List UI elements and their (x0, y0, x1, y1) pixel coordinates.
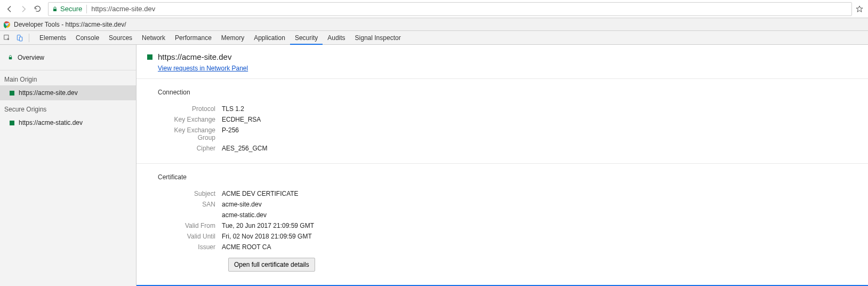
value-valid-from: Tue, 20 Jun 2017 21:09:59 GMT (222, 222, 314, 229)
row-subject: Subject ACME DEV CERTIFICATE (158, 188, 847, 199)
sidebar-secure-origin-label: https://acme-static.dev (19, 119, 83, 126)
open-certificate-button[interactable]: Open full certificate details (228, 258, 315, 272)
tab-signal-inspector[interactable]: Signal Inspector (350, 31, 406, 45)
arrow-left-icon (5, 5, 14, 13)
tab-audits[interactable]: Audits (323, 31, 350, 45)
inspect-icon[interactable] (3, 34, 11, 42)
value-key-exchange-group: P-256 (222, 126, 239, 141)
tab-memory[interactable]: Memory (216, 31, 249, 45)
bookmark-star-icon[interactable] (855, 5, 864, 13)
security-content: https://acme-site.dev View requests in N… (136, 45, 868, 286)
certificate-section: Certificate Subject ACME DEV CERTIFICATE… (136, 164, 868, 281)
svg-point-3 (6, 23, 8, 26)
label-san: SAN (158, 201, 222, 208)
row-valid-from: Valid From Tue, 20 Jun 2017 21:09:59 GMT (158, 220, 847, 231)
row-key-exchange-group: Key Exchange Group P-256 (158, 125, 847, 143)
svg-rect-6 (19, 37, 22, 41)
tab-application[interactable]: Application (249, 31, 290, 45)
label-issuer: Issuer (158, 243, 222, 251)
row-cipher: Cipher AES_256_GCM (158, 143, 847, 154)
label-key-exchange-group: Key Exchange Group (158, 126, 222, 141)
devtools-tabs: Elements Console Sources Network Perform… (0, 31, 868, 45)
connection-section: Connection Protocol TLS 1.2 Key Exchange… (136, 79, 868, 164)
sidebar-heading-secure-origins: Secure Origins (0, 100, 136, 115)
lock-icon (7, 54, 13, 60)
value-san-1: acme-site.dev (222, 201, 262, 208)
connection-title: Connection (158, 89, 847, 96)
origin-title: https://acme-site.dev (158, 52, 231, 61)
sidebar-main-origin-label: https://acme-site.dev (19, 89, 78, 97)
tab-console[interactable]: Console (71, 31, 104, 45)
value-subject: ACME DEV CERTIFICATE (222, 190, 299, 197)
label-valid-from: Valid From (158, 222, 222, 229)
label-protocol: Protocol (158, 105, 222, 113)
arrow-right-icon (19, 5, 28, 13)
value-protocol: TLS 1.2 (222, 105, 244, 113)
sidebar-overview-label: Overview (18, 54, 44, 61)
row-san-2: acme-static.dev (158, 210, 847, 220)
browser-toolbar: Secure https://acme-site.dev (0, 0, 868, 18)
label-subject: Subject (158, 190, 222, 197)
omnibox-divider (86, 5, 87, 13)
view-requests-link[interactable]: View requests in Network Panel (158, 65, 248, 72)
device-toggle-icon[interactable] (16, 34, 23, 42)
tab-elements[interactable]: Elements (35, 31, 71, 45)
tab-performance[interactable]: Performance (170, 31, 216, 45)
sidebar-heading-main-origin: Main Origin (0, 70, 136, 85)
main-area: Overview Main Origin https://acme-site.d… (0, 45, 868, 286)
row-protocol: Protocol TLS 1.2 (158, 104, 847, 114)
sidebar-main-origin[interactable]: https://acme-site.dev (0, 85, 136, 100)
devtools-window-header: Developer Tools - https://acme-site.dev/ (0, 18, 868, 31)
address-bar[interactable]: Secure https://acme-site.dev (48, 2, 852, 16)
secure-indicator-icon (10, 121, 14, 125)
svg-rect-0 (53, 9, 57, 11)
label-valid-until: Valid Until (158, 233, 222, 240)
label-key-exchange: Key Exchange (158, 116, 222, 123)
security-sidebar: Overview Main Origin https://acme-site.d… (0, 45, 136, 286)
secure-label: Secure (60, 5, 82, 13)
label-san-empty (158, 211, 222, 219)
row-valid-until: Valid Until Fri, 02 Nov 2018 21:09:59 GM… (158, 231, 847, 242)
sidebar-overview[interactable]: Overview (0, 45, 136, 70)
sidebar-secure-origin[interactable]: https://acme-static.dev (0, 115, 136, 130)
certificate-title: Certificate (158, 173, 847, 181)
tab-sources[interactable]: Sources (104, 31, 137, 45)
row-issuer: Issuer ACME ROOT CA (158, 242, 847, 252)
value-san-2: acme-static.dev (222, 211, 267, 219)
devtools-title: Developer Tools - https://acme-site.dev/ (14, 21, 126, 28)
back-button[interactable] (4, 4, 15, 14)
secure-indicator-icon (147, 54, 152, 60)
row-key-exchange: Key Exchange ECDHE_RSA (158, 114, 847, 125)
reload-button[interactable] (32, 4, 43, 14)
reload-icon (34, 5, 42, 13)
label-cipher: Cipher (158, 145, 222, 152)
secure-indicator-icon (10, 91, 14, 96)
value-cipher: AES_256_GCM (222, 145, 267, 152)
row-san-1: SAN acme-site.dev (158, 199, 847, 210)
omnibox-url: https://acme-site.dev (91, 5, 155, 13)
tab-network[interactable]: Network (137, 31, 170, 45)
svg-rect-7 (9, 57, 12, 59)
value-issuer: ACME ROOT CA (222, 243, 271, 251)
chrome-icon (3, 21, 11, 28)
origin-header: https://acme-site.dev View requests in N… (136, 45, 868, 79)
tab-divider (29, 34, 29, 42)
value-key-exchange: ECDHE_RSA (222, 116, 261, 123)
forward-button[interactable] (18, 4, 29, 14)
value-valid-until: Fri, 02 Nov 2018 21:09:59 GMT (222, 233, 312, 240)
lock-icon (52, 6, 58, 12)
tab-security[interactable]: Security (290, 31, 323, 45)
